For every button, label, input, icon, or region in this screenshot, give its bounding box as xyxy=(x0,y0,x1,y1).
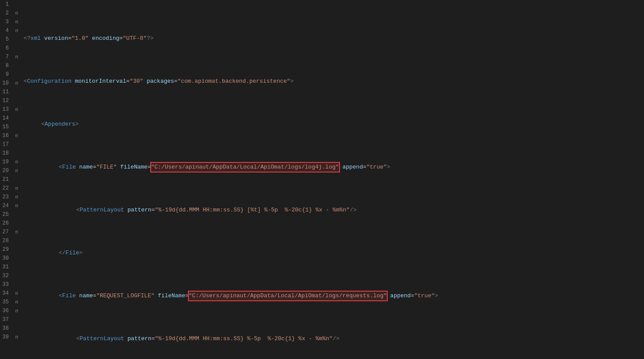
line-2: <Configuration monitorInterval="30" pack… xyxy=(24,77,644,86)
code-editor: 1 2 3 4 5 6 7 8 9 10 11 12 13 14 15 16 1… xyxy=(0,0,644,359)
fold-indicators[interactable]: ⊟ ⊟ ⊟ ⊟ ⊟ ⊟ ⊟ ⊟ ⊟ ⊟ ⊟ ⊟ ⊟ ⊟ ⊟ ⊟ xyxy=(13,0,20,359)
line-8: <PatternLayout pattern="%-19d{dd.MMM HH:… xyxy=(24,334,644,343)
code-content: <?xml version="1.0" encoding="UTF-8"?> <… xyxy=(20,0,644,359)
line-3: <Appenders> xyxy=(24,120,644,129)
line-numbers: 1 2 3 4 5 6 7 8 9 10 11 12 13 14 15 16 1… xyxy=(0,0,13,359)
line-4: <File name="FILE" fileName="C:/Users/api… xyxy=(24,163,644,172)
line-7: <File name="REQUEST_LOGFILE" fileName="C… xyxy=(24,292,644,300)
line-5: <PatternLayout pattern="%-19d{dd.MMM HH:… xyxy=(24,206,644,215)
line-6: </File> xyxy=(24,249,644,257)
line-1: <?xml version="1.0" encoding="UTF-8"?> xyxy=(24,34,644,43)
